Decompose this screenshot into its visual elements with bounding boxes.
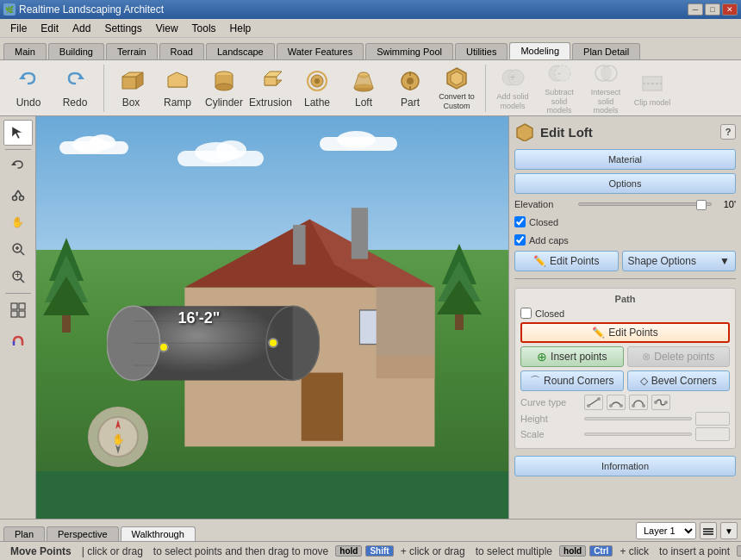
- viewport[interactable]: 16'-2" ✋: [36, 116, 508, 519]
- layer-select[interactable]: Layer 1: [636, 522, 696, 539]
- main-area: ✋ +: [0, 116, 741, 519]
- closed-checkbox[interactable]: [514, 216, 526, 227]
- box-tool-button[interactable]: Box: [109, 65, 153, 112]
- tab-modeling[interactable]: Modeling: [509, 42, 570, 59]
- menu-bar: File Edit Add Settings View Tools Help: [0, 19, 741, 38]
- layer-expand-button[interactable]: ▼: [720, 522, 738, 539]
- options-button[interactable]: Options: [514, 173, 736, 194]
- ramp-tool-button[interactable]: Ramp: [156, 65, 199, 112]
- round-corners-button[interactable]: ⌒ Round Corners: [520, 370, 624, 391]
- curve-type-1[interactable]: [584, 395, 603, 410]
- add-solid-label: Add solid models: [494, 92, 532, 111]
- edit-points-path-button[interactable]: ✏️ Edit Points: [520, 322, 730, 343]
- tab-main[interactable]: Main: [3, 43, 47, 59]
- menu-add[interactable]: Add: [65, 21, 97, 36]
- cut-button[interactable]: [3, 181, 33, 207]
- part-tool-button[interactable]: Part: [389, 65, 432, 112]
- control-point-1[interactable]: [159, 342, 169, 352]
- undo-sidebar-button[interactable]: [3, 153, 33, 179]
- subtract-solid-button: - Subtract solid models: [538, 65, 581, 112]
- tab-road[interactable]: Road: [159, 43, 204, 59]
- extrusion-tool-button[interactable]: Extrusion: [249, 65, 292, 112]
- curve-type-3[interactable]: [629, 395, 648, 410]
- zoom-button[interactable]: [3, 236, 33, 262]
- add-solid-icon: +: [499, 65, 526, 90]
- height-slider[interactable]: [584, 417, 692, 420]
- main-tab-bar: Main Building Terrain Road Landscape Wat…: [0, 38, 741, 60]
- undo-button[interactable]: Undo: [7, 65, 50, 112]
- pencil-path-icon: ✏️: [592, 327, 605, 339]
- add-caps-checkbox[interactable]: [514, 234, 526, 246]
- magnet-button[interactable]: [3, 325, 33, 351]
- layer-options-button[interactable]: [700, 522, 717, 539]
- extrusion-icon: [257, 67, 284, 95]
- help-button[interactable]: ?: [720, 124, 736, 140]
- maximize-button[interactable]: □: [705, 3, 720, 16]
- plan-tab[interactable]: Plan: [3, 526, 45, 541]
- svg-point-42: [19, 196, 23, 201]
- add-caps-label: Add caps: [529, 235, 569, 246]
- section-divider-1: [514, 278, 736, 279]
- cloud-3: [320, 128, 397, 152]
- toolbar: Undo Redo Box Ramp Cylinder: [0, 60, 741, 116]
- tab-terrain[interactable]: Terrain: [106, 43, 158, 59]
- tab-landscape[interactable]: Landscape: [206, 43, 275, 59]
- svg-marker-22: [354, 75, 373, 88]
- tab-building[interactable]: Building: [48, 43, 104, 59]
- title-bar: 🌿 Realtime Landscaping Architect ─ □ ✕: [0, 0, 741, 19]
- clip-model-label: Clip model: [634, 98, 671, 108]
- loft-tool-button[interactable]: Loft: [342, 65, 385, 112]
- svg-marker-39: [12, 127, 22, 139]
- box-icon: [117, 67, 145, 95]
- cylinder-tool-button[interactable]: Cylinder: [202, 65, 246, 112]
- control-point-2[interactable]: [268, 338, 278, 348]
- close-button[interactable]: ✕: [722, 3, 738, 16]
- minimize-button[interactable]: ─: [688, 3, 703, 16]
- tab-utilities[interactable]: Utilities: [455, 43, 507, 59]
- pan-button[interactable]: ✋: [3, 208, 33, 234]
- menu-file[interactable]: File: [3, 21, 34, 36]
- svg-rect-55: [11, 311, 17, 317]
- tab-water-features[interactable]: Water Features: [277, 43, 364, 59]
- menu-help[interactable]: Help: [223, 21, 258, 36]
- scale-slider[interactable]: [584, 432, 692, 436]
- round-corners-label: Round Corners: [544, 375, 613, 387]
- walkthrough-tab[interactable]: Walkthrough: [121, 526, 196, 541]
- tab-swimming-pool[interactable]: Swimming Pool: [365, 43, 453, 59]
- menu-tools[interactable]: Tools: [185, 21, 223, 36]
- material-button[interactable]: Material: [514, 149, 736, 170]
- sidebar-divider-1: [5, 149, 31, 150]
- svg-rect-56: [19, 311, 25, 317]
- status-text5: + click: [614, 544, 654, 559]
- zoom-in-button[interactable]: +: [3, 264, 33, 289]
- loft-icon: [350, 67, 377, 95]
- information-button[interactable]: Information: [514, 456, 736, 476]
- perspective-tab[interactable]: Perspective: [47, 526, 118, 541]
- nav-compass[interactable]: ✋: [88, 407, 148, 467]
- curve-type-2[interactable]: [607, 395, 626, 410]
- curve-type-4[interactable]: [651, 395, 670, 410]
- right-panel: Edit Loft ? Material Options Elevation 1…: [508, 116, 741, 519]
- bevel-corners-button[interactable]: ◇ Bevel Corners: [627, 370, 731, 391]
- tab-plan-detail[interactable]: Plan Detail: [572, 43, 640, 59]
- edit-points-shape-button[interactable]: ✏️ Edit Points: [514, 251, 619, 271]
- menu-view[interactable]: View: [149, 21, 185, 36]
- select-tool-button[interactable]: [3, 120, 33, 146]
- svg-text:✋: ✋: [11, 215, 24, 228]
- menu-settings[interactable]: Settings: [97, 21, 148, 36]
- lathe-tool-button[interactable]: Lathe: [296, 65, 339, 112]
- shape-options-button[interactable]: Shape Options ▼: [622, 251, 737, 271]
- elevation-slider[interactable]: [578, 202, 712, 206]
- convert-icon: [443, 65, 470, 90]
- redo-button[interactable]: Redo: [53, 65, 97, 112]
- menu-edit[interactable]: Edit: [34, 21, 65, 36]
- status-text3: + click or drag: [395, 544, 470, 559]
- closed-label: Closed: [529, 217, 558, 227]
- svg-line-51: [20, 279, 24, 283]
- insert-points-button[interactable]: ⊕ Insert points: [520, 346, 624, 367]
- convert-to-custom-button[interactable]: Convert to Custom: [435, 65, 478, 112]
- path-closed-checkbox[interactable]: [520, 308, 532, 319]
- delete-points-button[interactable]: ⊗ Delete points: [627, 346, 731, 367]
- lathe-icon: [303, 67, 331, 95]
- grid-button[interactable]: [3, 297, 33, 323]
